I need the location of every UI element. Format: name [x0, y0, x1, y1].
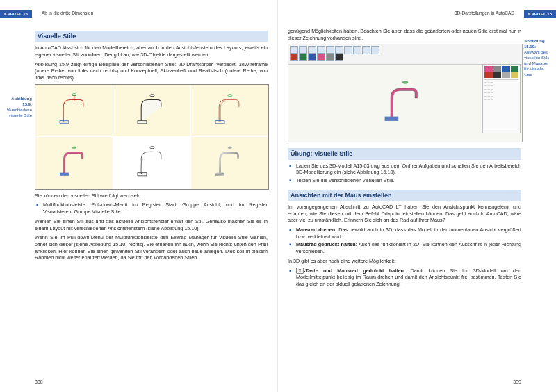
svg-rect-12: [385, 117, 399, 121]
faucet-model-icon: [347, 79, 464, 127]
svg-point-3: [227, 95, 231, 97]
style-cell-wireframe3d: [191, 85, 268, 137]
svg-rect-10: [215, 173, 224, 176]
style-thumb-icon: [511, 72, 519, 78]
style-thumb-icon: [317, 53, 325, 61]
style-cell-wireframe2d: [35, 85, 113, 137]
style-thumb-icon: [511, 66, 519, 72]
page-right: KAPITEL 15 3D-Darstellungen in AutoCAD g…: [278, 0, 556, 392]
faucet-icon: [125, 92, 179, 129]
section-title-mouse-views: Ansichten mit der Maus einstellen: [288, 190, 521, 201]
style-thumb-icon: [493, 66, 502, 72]
section-title-exercise: Übung: Visuelle Stile: [288, 148, 521, 159]
page-number-left: 338: [35, 379, 43, 385]
list-item: Mausrad gedrückt halten: Auch das funkti…: [296, 241, 521, 254]
page-number-right: 339: [513, 379, 521, 385]
svg-rect-6: [60, 173, 69, 176]
chapter-tab-left: KAPITEL 15: [0, 10, 32, 18]
list-item: Testen Sie die verschiedenen visuellen S…: [296, 177, 521, 184]
visual-styles-manager-panel: — — —— — —— — —— — —— — —— — —: [482, 64, 521, 133]
list-item: Mausrad drehen: Das bewirkt auch in 3D, …: [296, 227, 521, 240]
style-thumb-icon: [299, 53, 307, 61]
bullet-list: ⇧-Taste und Mausrad gedrückt halten: Dam…: [288, 268, 521, 288]
style-cell-conceptual: [35, 137, 113, 189]
style-cell-sketchy: [113, 137, 190, 189]
svg-point-5: [72, 147, 76, 149]
paragraph: Wählen Sie einen Stil aus und das aktuel…: [35, 218, 268, 231]
style-thumb-icon: [493, 72, 502, 78]
figure-caption-15-10: Abbildung 15.10: Auswahl des visuellen S…: [524, 38, 553, 78]
svg-rect-4: [215, 121, 224, 124]
ribbon-icon: [353, 46, 361, 54]
style-thumb-icon: [308, 53, 316, 61]
style-cell-realistic: [191, 137, 268, 189]
paragraph: Sie können den visuellen Stil wie folgt …: [35, 193, 268, 199]
list-item: Multifunktionsleiste: Pull-down-Menü im …: [43, 202, 268, 215]
faucet-icon: [203, 145, 257, 181]
bullet-list: Mausrad drehen: Das bewirkt auch in 3D, …: [288, 227, 521, 255]
running-header-left: Ab in die dritte Dimension: [42, 10, 93, 17]
style-thumb-icon: [326, 53, 334, 61]
page-left: KAPITEL 15 Ab in die dritte Dimension Vi…: [0, 0, 278, 392]
section-title-visual-styles: Visuelle Stile: [35, 31, 268, 42]
svg-rect-2: [138, 121, 147, 124]
paragraph: genügend Möglichkeiten haben. Beachten S…: [288, 28, 521, 41]
book-spread: KAPITEL 15 Ab in die dritte Dimension Vi…: [0, 0, 556, 392]
svg-point-9: [227, 147, 231, 149]
bullet-list: Laden Sie das 3D-Modell A15-03.dwg aus d…: [288, 163, 521, 184]
list-item: Laden Sie das 3D-Modell A15-03.dwg aus d…: [296, 163, 521, 176]
ribbon-icon: [344, 46, 352, 54]
bullet-list: Multifunktionsleiste: Pull-down-Menü im …: [35, 202, 268, 215]
faucet-icon: [203, 92, 257, 129]
faucet-icon: [125, 145, 179, 181]
paragraph: Wenn Sie im Pull-down-Menü der Multifunk…: [35, 234, 268, 261]
paragraph: In 3D gibt es aber noch eine weitere Mög…: [288, 258, 521, 265]
list-item: ⇧-Taste und Mausrad gedrückt halten: Dam…: [296, 268, 521, 288]
svg-point-1: [149, 95, 154, 97]
svg-point-11: [402, 81, 408, 84]
figure-caption-15-9: Abbildung 15.9: Verschiedene visuelle St…: [3, 96, 32, 118]
paragraph: Abbildung 15.9 zeigt einige Beispiele de…: [35, 61, 268, 81]
ribbon-icon: [371, 46, 379, 54]
style-thumb-icon: [484, 66, 493, 72]
style-thumb-icon: [335, 53, 343, 61]
svg-point-7: [149, 147, 154, 149]
faucet-icon: [47, 145, 101, 181]
figure-15-10: — — —— — —— — —— — —— — —— — —: [288, 44, 523, 142]
style-thumb-icon: [290, 53, 298, 61]
running-header-right: 3D-Darstellungen in AutoCAD: [455, 10, 514, 17]
style-thumb-icon: [484, 72, 493, 78]
figure-15-9: [35, 84, 269, 190]
style-thumb-icon: [502, 66, 510, 72]
ribbon-icon: [362, 46, 370, 54]
paragraph: Im vorangegangenen Abschnitt zu AutoCAD …: [288, 204, 521, 224]
style-cell-hidden: [113, 85, 190, 137]
svg-rect-8: [138, 173, 147, 176]
chapter-tab-right: KAPITEL 15: [524, 10, 556, 18]
faucet-icon: [47, 92, 101, 129]
paragraph: In AutoCAD lässt sich für den Modellbere…: [35, 44, 268, 58]
autocad-ribbon: [288, 44, 522, 65]
style-thumb-icon: [502, 72, 510, 78]
shift-key-icon: ⇧: [296, 268, 304, 274]
